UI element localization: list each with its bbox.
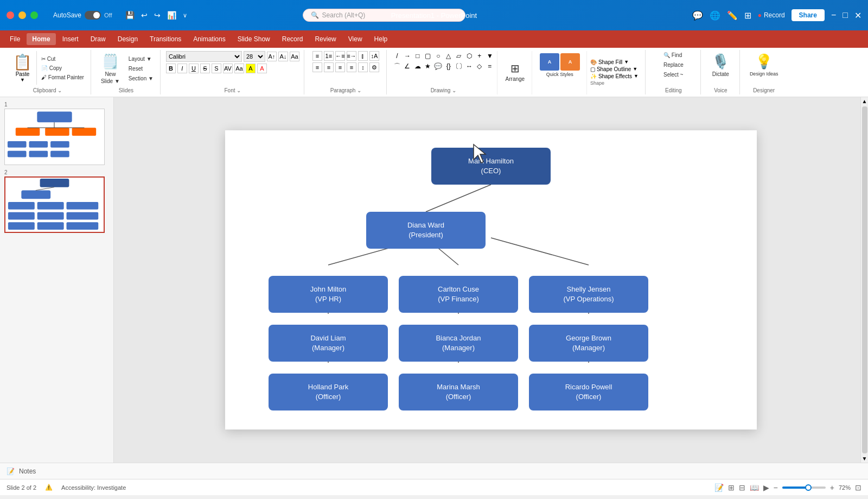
zoom-slider[interactable] <box>782 487 826 489</box>
menu-animations[interactable]: Animations <box>188 33 231 45</box>
shape-curve[interactable]: ⌒ <box>392 61 402 71</box>
format-painter-button[interactable]: 🖌 Format Painter <box>39 73 86 81</box>
org-box-ceo[interactable]: Mark Hamilton (CEO) <box>431 148 551 185</box>
menu-record[interactable]: Record <box>277 33 309 45</box>
menu-slideshow[interactable]: Slide Show <box>232 33 276 45</box>
org-box-vp-0[interactable]: John Milton (VP HR) <box>269 276 388 313</box>
justify-button[interactable]: ≡ <box>347 62 356 72</box>
text-direction-button[interactable]: ↕A <box>369 51 379 61</box>
shape-oval[interactable]: ○ <box>433 51 443 61</box>
underline-button[interactable]: U <box>189 64 199 73</box>
shape-effects-text[interactable]: Shape Effects <box>598 73 632 79</box>
shape-eq[interactable]: = <box>485 61 495 71</box>
slide-thumb-2[interactable]: 2 <box>4 169 109 233</box>
strikethrough-button[interactable]: S <box>200 64 210 73</box>
dictate-button[interactable]: 🎙️ Dictate <box>707 51 734 79</box>
menu-help[interactable]: Help <box>369 33 393 45</box>
minimize-button[interactable] <box>18 11 26 19</box>
shape-plus[interactable]: + <box>475 51 484 61</box>
customize-icon[interactable]: ∨ <box>183 12 187 19</box>
fit-slide-icon[interactable]: ⊡ <box>855 483 861 492</box>
save-icon[interactable]: 💾 <box>125 11 135 20</box>
menu-view[interactable]: View <box>343 33 368 45</box>
org-box-officer-1[interactable]: Marina Marsh (Officer) <box>399 374 518 410</box>
slideshow-icon[interactable]: ▶ <box>763 483 769 492</box>
share-button[interactable]: Share <box>792 9 825 21</box>
scroll-up-button[interactable]: ▲ <box>861 97 868 105</box>
zoom-out-icon[interactable]: − <box>774 483 778 492</box>
section-button[interactable]: Section ▼ <box>126 74 156 83</box>
menu-home[interactable]: Home <box>27 33 55 45</box>
shape-outline-text[interactable]: Shape Outline <box>597 66 631 72</box>
replace-button[interactable]: Replace <box>661 61 686 69</box>
scroll-down-button[interactable]: ▼ <box>861 454 868 463</box>
zoom-in-icon[interactable]: + <box>830 483 834 492</box>
accessibility-label[interactable]: Accessibility: Investigate <box>61 484 126 491</box>
numbering-button[interactable]: 1≡ <box>324 51 334 61</box>
shape-cloud[interactable]: ☁ <box>413 61 423 71</box>
shape-dbl-arrow[interactable]: ↔ <box>464 61 474 71</box>
font-size-select[interactable]: 28 <box>244 51 265 62</box>
org-box-president[interactable]: Diana Ward (President) <box>366 212 486 249</box>
org-box-officer-0[interactable]: Holland Park (Officer) <box>269 374 388 410</box>
shape-tri[interactable]: △ <box>444 51 454 61</box>
autosave-toggle[interactable] <box>85 11 101 20</box>
org-box-vp-2[interactable]: Shelly Jensen (VP Operations) <box>529 276 648 313</box>
maximize-button[interactable] <box>30 11 38 19</box>
window-close[interactable]: ✕ <box>854 10 861 21</box>
shape-brace[interactable]: 〔〕 <box>454 61 464 71</box>
shape-star[interactable]: ★ <box>423 61 433 71</box>
increase-indent-button[interactable]: ≡→ <box>347 51 356 61</box>
globe-icon[interactable]: 🌐 <box>710 10 720 21</box>
org-box-manager-2[interactable]: George Brown (Manager) <box>529 325 648 362</box>
font-color-button[interactable]: A <box>257 64 267 73</box>
shape-arrow[interactable]: → <box>403 51 412 61</box>
smartart-button[interactable]: ⚙ <box>369 62 379 72</box>
menu-design[interactable]: Design <box>112 33 143 45</box>
font-family-select[interactable]: Calibri <box>166 51 242 62</box>
org-box-officer-2[interactable]: Ricardo Powell (Officer) <box>529 374 648 410</box>
shape-more[interactable]: ▼ <box>485 51 495 61</box>
slide-thumb-1[interactable]: 1 <box>4 102 109 165</box>
shape-bend[interactable]: ∠ <box>403 61 412 71</box>
undo-icon[interactable]: ↩ <box>141 11 148 20</box>
slide-sorter-icon[interactable]: ⊟ <box>739 483 745 492</box>
redo-icon[interactable]: ↪ <box>154 11 161 20</box>
select-button[interactable]: Select ~ <box>661 71 685 79</box>
clear-format-button[interactable]: Aa <box>290 52 299 61</box>
layout-button[interactable]: Layout ▼ <box>126 55 156 63</box>
menu-transitions[interactable]: Transitions <box>144 33 187 45</box>
find-button[interactable]: 🔍 Find <box>661 51 684 59</box>
shape-line[interactable]: / <box>392 51 402 61</box>
line-spacing-button[interactable]: ↕ <box>358 62 368 72</box>
shape-fill-text[interactable]: Shape Fill <box>598 59 622 65</box>
shape-callout[interactable]: 💬 <box>433 61 443 71</box>
bullets-button[interactable]: ≡ <box>312 51 322 61</box>
design-ideas-button[interactable]: 💡 Design Ideas <box>745 51 783 79</box>
slide-canvas-area[interactable]: Mark Hamilton (CEO) Diana Ward (Presiden… <box>114 97 868 463</box>
org-box-manager-0[interactable]: David Liam (Manager) <box>269 325 388 362</box>
paste-button[interactable]: 📋 Paste ▼ <box>9 51 37 85</box>
org-box-manager-1[interactable]: Bianca Jordan (Manager) <box>399 325 518 362</box>
present-mode-icon[interactable]: ⊞ <box>744 10 751 21</box>
close-button[interactable] <box>7 11 14 19</box>
shape-outline-arrow[interactable]: ▼ <box>633 66 637 72</box>
arrange-button[interactable]: ⊞ Arrange <box>501 60 529 84</box>
zoom-level[interactable]: 72% <box>839 484 851 491</box>
shape-para[interactable]: ▱ <box>454 51 464 61</box>
shadow-button[interactable]: S <box>212 64 221 73</box>
pen-icon[interactable]: ✏️ <box>727 10 738 21</box>
window-minimize[interactable]: − <box>831 10 836 20</box>
vertical-scrollbar[interactable]: ▲ ▼ <box>860 97 868 463</box>
bold-button[interactable]: B <box>166 64 176 73</box>
record-button[interactable]: ● Record <box>758 11 785 19</box>
reading-view-icon[interactable]: 📖 <box>750 483 759 492</box>
scroll-thumb[interactable] <box>862 106 867 453</box>
menu-draw[interactable]: Draw <box>85 33 111 45</box>
align-right-button[interactable]: ≡ <box>335 62 345 72</box>
spacing-button[interactable]: AV <box>223 64 233 73</box>
align-left-button[interactable]: ≡ <box>312 62 322 72</box>
copy-button[interactable]: 📄 Copy <box>39 64 86 72</box>
menu-file[interactable]: File <box>4 33 25 45</box>
shape-fill-arrow[interactable]: ▼ <box>624 59 629 65</box>
